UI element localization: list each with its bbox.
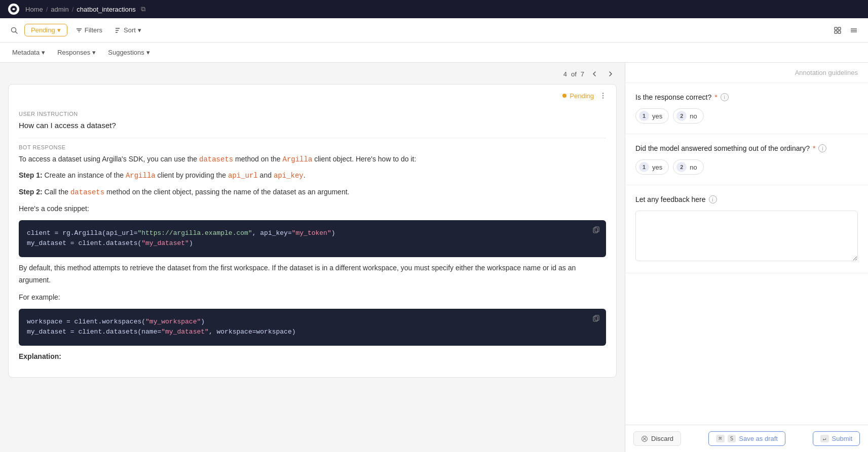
question-2-section: Did the model answered something out of … — [625, 134, 868, 185]
q1-required: * — [714, 93, 717, 101]
q2-no-num: 2 — [676, 162, 687, 172]
code-argilla-2: Argilla — [126, 172, 156, 180]
code2-line1: workspace = client.workspaces("my_worksp… — [27, 317, 598, 327]
right-panel: Annotation guidelines Is the response co… — [625, 63, 868, 452]
q1-info-icon[interactable]: i — [721, 93, 729, 101]
q2-no-option[interactable]: 2 no — [673, 159, 703, 175]
svg-rect-11 — [835, 31, 837, 33]
admin-link[interactable]: admin — [51, 6, 68, 13]
step1-paragraph: Step 1: Create an instance of the Argill… — [19, 170, 606, 182]
page-current: 4 — [563, 70, 567, 78]
explanation-section: Explanation: — [19, 351, 606, 363]
feedback-text: Let any feedback here — [635, 195, 706, 203]
list-view-button[interactable] — [848, 24, 860, 36]
responses-dropdown[interactable]: Responses ▾ — [53, 47, 100, 58]
suggestions-dropdown[interactable]: Suggestions ▾ — [104, 47, 154, 58]
annotation-guidelines-link[interactable]: Annotation guidelines — [625, 63, 868, 83]
next-page-button[interactable] — [605, 69, 617, 79]
code-api-url: api_url — [228, 172, 258, 180]
step2-paragraph: Step 2: Call the datasets method on the … — [19, 186, 606, 199]
divider — [19, 138, 606, 138]
home-link[interactable]: Home — [25, 6, 43, 13]
topbar: Home / admin / chatbot_interactions ⧉ — [0, 0, 868, 18]
pending-chevron-icon: ▾ — [57, 26, 61, 34]
q1-no-num: 2 — [676, 111, 687, 121]
q1-yes-option[interactable]: 1 yes — [635, 108, 669, 124]
q1-text: Is the response correct? — [635, 93, 711, 101]
q2-yes-option[interactable]: 1 yes — [635, 159, 669, 175]
copy-link-icon[interactable]: ⧉ — [141, 5, 145, 13]
feedback-info-icon[interactable]: i — [709, 195, 717, 203]
search-button[interactable] — [8, 24, 20, 36]
submit-label: Submit — [832, 435, 852, 442]
toolbar-left: Pending ▾ Filters Sort ▾ — [8, 24, 145, 36]
svg-line-2 — [16, 31, 18, 33]
q2-yes-label: yes — [652, 163, 662, 171]
svg-rect-10 — [838, 27, 841, 30]
q2-options: 1 yes 2 no — [635, 159, 858, 175]
response-mid-text: method on the — [233, 155, 282, 163]
discard-button[interactable]: Discard — [633, 431, 681, 446]
suggestions-chevron-icon: ▾ — [146, 49, 150, 56]
q1-yes-num: 1 — [639, 111, 649, 121]
record-menu-button[interactable] — [598, 91, 608, 101]
code-copy-button-1[interactable] — [592, 225, 601, 236]
svg-point-17 — [602, 95, 603, 96]
filters-button[interactable]: Filters — [71, 24, 106, 36]
question-1-label: Is the response correct? * i — [635, 93, 858, 101]
step1-text2: client by providing the — [156, 171, 228, 179]
user-instruction-label: User instruction — [19, 111, 606, 117]
submit-kbd: ↵ — [820, 435, 829, 442]
record-body: User instruction How can I access a data… — [9, 111, 616, 377]
logo — [8, 4, 19, 15]
sort-button[interactable]: Sort ▾ — [110, 24, 145, 36]
filters-label: Filters — [85, 26, 102, 34]
main-toolbar: Pending ▾ Filters Sort ▾ — [0, 18, 868, 43]
metadata-label: Metadata — [12, 49, 40, 56]
q2-info-icon[interactable]: i — [818, 144, 826, 152]
svg-rect-9 — [835, 27, 837, 30]
example-label: For example: — [19, 292, 606, 304]
code-datasets-2: datasets — [70, 188, 104, 196]
code-block-2: workspace = client.workspaces("my_worksp… — [19, 309, 606, 346]
code-argilla-1: Argilla — [283, 155, 313, 163]
response-default-note: By default, this method attempts to retr… — [19, 262, 606, 303]
question-2-label: Did the model answered something out of … — [635, 144, 858, 152]
save-kbd2: S — [728, 435, 736, 442]
suggestions-label: Suggestions — [108, 49, 144, 56]
sub-toolbar: Metadata ▾ Responses ▾ Suggestions ▾ — [0, 43, 868, 63]
code-copy-button-2[interactable] — [592, 314, 601, 324]
record-card: Pending User instruction How can I acces… — [8, 84, 617, 378]
submit-button[interactable]: ↵ Submit — [813, 431, 860, 446]
page-total: 7 — [581, 70, 584, 78]
feedback-textarea[interactable] — [635, 211, 858, 261]
save-draft-button[interactable]: ⌘ S Save as draft — [708, 431, 785, 446]
status-label: Pending — [570, 92, 594, 100]
q1-options: 1 yes 2 no — [635, 108, 858, 124]
code1-line1: client = rg.Argilla(api_url="https://arg… — [27, 228, 598, 239]
pending-dropdown-button[interactable]: Pending ▾ — [24, 24, 67, 36]
response-end-text: client object. Here's how to do it: — [312, 155, 416, 163]
q1-no-label: no — [690, 112, 697, 120]
grid-view-button[interactable] — [832, 24, 844, 36]
action-bar: Discard ⌘ S Save as draft ↵ Submit — [625, 425, 868, 452]
responses-chevron-icon: ▾ — [92, 49, 96, 56]
current-page-label: chatbot_interactions — [77, 6, 135, 13]
save-draft-label: Save as draft — [739, 435, 778, 442]
sort-chevron-icon: ▾ — [138, 26, 141, 34]
prev-page-button[interactable] — [588, 69, 600, 79]
response-intro-text: To access a dataset using Argilla's SDK,… — [19, 155, 199, 163]
default-note-text: By default, this method attempts to retr… — [19, 262, 606, 286]
feedback-section: Let any feedback here i — [625, 185, 868, 273]
step2-text1: Call the — [43, 188, 70, 196]
breadcrumb-sep2: / — [72, 6, 74, 13]
user-instruction-text: How can I access a dataset? — [19, 120, 606, 132]
step1-bold: Step 1: — [19, 171, 43, 179]
q1-no-option[interactable]: 2 no — [673, 108, 703, 124]
q2-no-label: no — [690, 163, 697, 171]
save-kbd1: ⌘ — [716, 435, 725, 442]
step1-text1: Create an instance of the — [43, 171, 126, 179]
step1-and: and — [258, 171, 274, 179]
metadata-dropdown[interactable]: Metadata ▾ — [8, 47, 49, 58]
q2-yes-num: 1 — [639, 162, 649, 172]
